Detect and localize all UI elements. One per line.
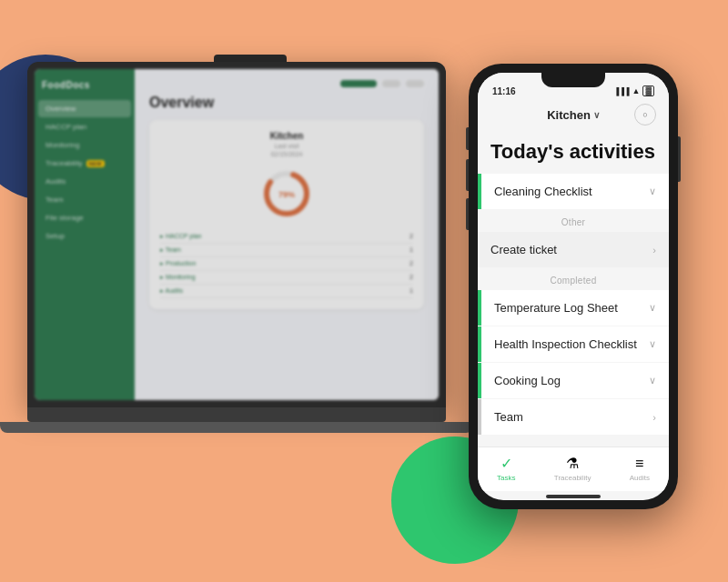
phone-silent-button [466,127,469,150]
laptop-nav-monitoring[interactable]: Monitoring [38,136,131,154]
create-ticket-item[interactable]: Create ticket › [478,232,669,267]
laptop-overview-card: Kitchen Last visit 02/15/2024 79% ▸ HACC… [149,120,424,309]
traceability-icon: ⚗ [566,455,579,472]
checklist-item-temperature[interactable]: Temperature Log Sheet ∨ [478,290,669,326]
laptop-screen-content: FoodDocs Overview HACCP plan Monitoring … [35,69,439,400]
checklist-item-label: Cleaning Checklist [494,185,592,198]
phone-notch [541,73,605,87]
laptop-card-date: 02/15/2024 [160,151,413,157]
tasks-check-icon: ✓ [500,455,512,472]
laptop-nav-file-storage[interactable]: File storage [38,209,131,226]
laptop-donut-chart: 79% [160,166,413,221]
checklist-item-label: Cooking Log [494,374,561,387]
phone-avatar[interactable]: ○ [634,104,656,125]
laptop-list-item: ▸ Team1 [160,244,413,257]
phone-home-indicator [546,495,601,498]
phone-time: 11:16 [492,86,516,96]
svg-text:79%: 79% [278,190,295,199]
laptop-main-content: Overview Kitchen Last visit 02/15/2024 7… [135,69,439,400]
section-label-completed: Completed [478,268,669,289]
laptop-list-item: ▸ Production2 [160,257,413,271]
laptop-nav-team[interactable]: Team [38,191,131,208]
phone-volume-down-button [466,198,469,230]
laptop-base [27,407,446,422]
chevron-right-icon: › [652,245,656,256]
checklist-item-label: Team [494,410,523,424]
laptop-nav-setup[interactable]: Setup [38,227,131,245]
laptop-sidebar: FoodDocs Overview HACCP plan Monitoring … [35,69,135,400]
phone-nav-traceability[interactable]: ⚗ Traceability [554,455,592,482]
chevron-down-icon: ∨ [649,302,656,314]
phone-device: 11:16 ▐▐▐ ▲ ▓ Kitchen ∨ ○ [469,64,678,509]
create-ticket-label: Create ticket [490,243,557,256]
laptop-nav-haccp[interactable]: HACCP plan [38,118,131,135]
laptop-list: ▸ HACCP plan2 ▸ Team1 ▸ Production2 ▸ Mo… [160,230,413,298]
laptop-list-item: ▸ Monitoring2 [160,271,413,285]
phone-nav-tasks[interactable]: ✓ Tasks [497,455,515,482]
chevron-down-icon: ∨ [649,375,656,386]
laptop-list-item: ▸ Audits1 [160,285,413,298]
avatar-icon: ○ [642,110,647,119]
laptop-topbar [149,80,424,87]
laptop-camera-notch [214,55,287,62]
traceability-badge: NEW [86,160,105,167]
phone-header[interactable]: Kitchen ∨ ○ [478,98,669,131]
phone-frame: 11:16 ▐▐▐ ▲ ▓ Kitchen ∨ ○ [469,64,678,509]
phone-nav-traceability-label: Traceability [554,474,592,482]
laptop-status-indicator [340,80,377,87]
laptop-app-logo: FoodDocs [35,76,135,99]
battery-icon: ▓ [642,85,654,96]
phone-nav-audits[interactable]: ≡ Audits [630,456,650,482]
phone-nav-audits-label: Audits [630,474,650,482]
laptop-nav-audits[interactable]: Audits [38,173,131,190]
checklist-item-team[interactable]: Team › [478,399,669,435]
checklist-item-label: Temperature Log Sheet [494,301,618,315]
chevron-down-icon: ∨ [649,186,656,197]
laptop-nav-traceability[interactable]: Traceability NEW [38,155,131,172]
laptop-card-title: Kitchen [160,131,413,141]
phone-status-icons: ▐▐▐ ▲ ▓ [614,85,655,96]
phone-location-title[interactable]: Kitchen ∨ [547,108,600,122]
checklist-item-health-inspection[interactable]: Health Inspection Checklist ∨ [478,326,669,362]
section-label-other: Other [478,210,669,231]
chevron-right-icon: › [652,412,656,423]
phone-volume-up-button [466,159,469,191]
laptop-device: FoodDocs Overview HACCP plan Monitoring … [27,55,473,518]
laptop-topbar-action1 [382,80,400,87]
phone-content[interactable]: Today's activities Cleaning Checklist ∨ … [478,131,669,447]
checklist-item-label: Health Inspection Checklist [494,337,637,351]
laptop-screen: FoodDocs Overview HACCP plan Monitoring … [27,62,446,407]
audits-icon: ≡ [635,456,643,472]
laptop-topbar-action2 [406,80,424,87]
phone-page-title: Today's activities [478,135,669,173]
location-chevron-icon: ∨ [593,110,600,120]
phone-power-button [678,136,681,182]
checklist-item-cleaning[interactable]: Cleaning Checklist ∨ [478,174,669,209]
signal-icon: ▐▐▐ [614,87,630,95]
laptop-card-subtitle: Last visit [160,143,413,149]
chevron-down-icon: ∨ [649,338,656,350]
laptop-nav-overview[interactable]: Overview [38,100,131,117]
phone-screen: 11:16 ▐▐▐ ▲ ▓ Kitchen ∨ ○ [478,73,669,500]
wifi-icon: ▲ [632,86,641,95]
laptop-overview-title: Overview [149,95,424,111]
checklist-item-cooking[interactable]: Cooking Log ∨ [478,363,669,398]
phone-bottom-nav: ✓ Tasks ⚗ Traceability ≡ Audits [478,447,669,491]
phone-nav-tasks-label: Tasks [497,474,515,482]
laptop-foot [0,422,473,433]
laptop-list-item: ▸ HACCP plan2 [160,230,413,244]
